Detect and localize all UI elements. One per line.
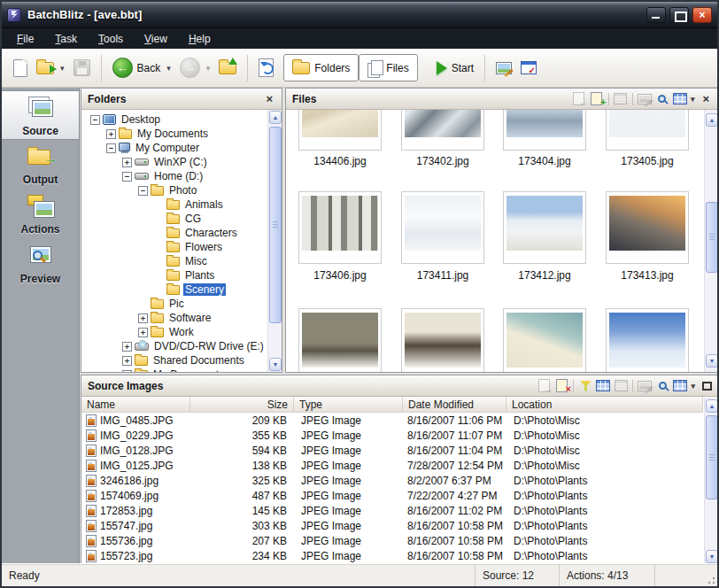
thumbnail[interactable] [401, 308, 484, 372]
expand-toggle[interactable]: − [138, 186, 148, 196]
column-date-modified[interactable]: Date Modified [403, 397, 506, 412]
edit-image-icon[interactable] [636, 91, 653, 107]
scroll-thumb[interactable] [269, 127, 282, 323]
tree-item-flowers[interactable]: Flowers [81, 240, 282, 254]
refresh-button[interactable] [254, 55, 278, 81]
column-location[interactable]: Location [506, 397, 703, 412]
tree-item-work[interactable]: + Work [81, 325, 282, 339]
expand-toggle[interactable]: + [122, 370, 132, 373]
tree-item-plants[interactable]: Plants [81, 268, 282, 282]
expand-toggle[interactable]: + [122, 158, 132, 167]
table-row[interactable]: IMG_0128.JPG 594 KB JPEG Image 8/16/2007… [81, 443, 703, 458]
thumbnail[interactable] [401, 110, 484, 151]
new-button[interactable] [9, 56, 32, 81]
tree-item-scenery[interactable]: Scenery [81, 282, 282, 297]
thumbnail[interactable] [503, 308, 586, 372]
menu-task[interactable]: Task [45, 31, 87, 47]
expand-toggle[interactable]: − [106, 143, 116, 153]
table-row[interactable]: IMG_0125.JPG 138 KB JPEG Image 7/28/2007… [81, 458, 703, 473]
task-options-button[interactable]: ✓ [516, 58, 541, 78]
files-toggle-button[interactable]: Files [359, 54, 417, 81]
thumbnail[interactable] [606, 110, 689, 151]
filter-icon[interactable] [576, 378, 594, 394]
details-icon[interactable] [612, 378, 630, 394]
menu-view[interactable]: View [135, 31, 177, 47]
table-row[interactable]: 1574069.jpg 487 KB JPEG Image 7/22/2007 … [81, 488, 703, 503]
remove-icon[interactable]: × [553, 378, 570, 394]
panel-maximize-icon[interactable] [702, 382, 712, 391]
folders-scrollbar[interactable]: ▲ ▼ [267, 110, 282, 372]
scroll-up-button[interactable]: ▲ [706, 113, 718, 127]
source-scrollbar[interactable]: ▲ ▼ [704, 398, 718, 565]
view-mode-icon[interactable] [671, 378, 689, 394]
view-mode-dropdown-icon[interactable]: ▾ [691, 95, 695, 104]
folders-close-icon[interactable]: × [263, 92, 275, 105]
column-type[interactable]: Type [294, 397, 403, 412]
preview-icon[interactable] [653, 378, 671, 394]
menu-help[interactable]: Help [179, 31, 220, 47]
tree-item-photo[interactable]: − Photo [81, 183, 282, 197]
tree-item-animals[interactable]: Animals [81, 197, 282, 212]
edit-image-icon[interactable] [636, 378, 653, 394]
expand-toggle[interactable]: + [106, 129, 116, 139]
table-row[interactable]: 155736.jpg 207 KB JPEG Image 8/16/2007 1… [81, 533, 703, 548]
image-editor-button[interactable] [491, 58, 516, 78]
tree-item-software[interactable]: + Software [81, 311, 282, 325]
expand-toggle[interactable]: − [90, 115, 100, 125]
thumbnail[interactable] [298, 191, 382, 264]
scroll-up-button[interactable]: ▲ [269, 111, 282, 124]
tree-item-my-computer[interactable]: − My Computer [81, 141, 282, 155]
sidebar-item-output[interactable]: → Output [2, 140, 79, 190]
scroll-thumb[interactable] [706, 202, 718, 273]
expand-toggle[interactable]: + [122, 342, 132, 352]
scroll-down-button[interactable]: ▼ [706, 354, 718, 368]
expand-toggle[interactable]: + [122, 356, 132, 366]
tree-item-my-documents[interactable]: + My Documents [81, 127, 282, 141]
thumbnail[interactable] [503, 110, 586, 151]
tree-item-misc[interactable]: Misc [81, 254, 282, 268]
thumbnail[interactable] [298, 110, 382, 151]
open-button[interactable]: ▾ [32, 58, 69, 78]
scroll-up-button[interactable]: ▲ [706, 399, 718, 413]
files-close-icon[interactable]: × [700, 92, 712, 105]
back-button[interactable]: ← Back ▾ [108, 54, 175, 81]
menu-tools[interactable]: Tools [89, 31, 133, 47]
tree-item-home-d[interactable]: − Home (D:) [81, 169, 282, 183]
tree-item-shared-documents[interactable]: + Shared Documents [81, 353, 282, 368]
open-dropdown-icon[interactable]: ▾ [60, 64, 65, 73]
table-row[interactable]: 155747.jpg 303 KB JPEG Image 8/16/2007 1… [81, 518, 703, 533]
maximize-button[interactable] [669, 7, 689, 23]
export-icon[interactable]: → [535, 378, 553, 394]
folders-toggle-button[interactable]: Folders [283, 54, 359, 81]
up-button[interactable] [214, 58, 241, 78]
tree-item-dvd-drive[interactable]: + DVD/CD-RW Drive (E:) [81, 339, 282, 353]
scroll-thumb[interactable] [706, 415, 718, 499]
column-name[interactable]: Name [81, 397, 190, 412]
resize-grip[interactable] [705, 574, 715, 584]
table-row[interactable]: IMG_0485.JPG 209 KB JPEG Image 8/16/2007… [81, 413, 703, 428]
save-button[interactable] [69, 56, 95, 80]
minimize-button[interactable] [646, 7, 666, 23]
expand-toggle[interactable]: − [122, 172, 132, 182]
table-row[interactable]: IMG_0229.JPG 355 KB JPEG Image 8/16/2007… [81, 428, 703, 443]
table-row[interactable]: 155723.jpg 234 KB JPEG Image 8/16/2007 1… [81, 548, 703, 563]
acquire-icon[interactable]: ← [570, 91, 588, 107]
files-scrollbar[interactable]: ▲ ▼ [704, 110, 718, 372]
start-button[interactable]: Start [432, 58, 478, 79]
thumbnails-view-icon[interactable] [594, 378, 612, 394]
view-mode-dropdown-icon[interactable]: ▾ [691, 382, 695, 391]
scroll-down-button[interactable]: ▼ [269, 358, 282, 371]
sidebar-item-source[interactable]: Source [2, 90, 79, 140]
sidebar-item-preview[interactable]: Preview [2, 239, 79, 289]
table-row[interactable]: 172853.jpg 145 KB JPEG Image 8/16/2007 1… [81, 503, 703, 518]
thumbnail[interactable] [298, 308, 382, 372]
preview-icon[interactable] [653, 91, 671, 107]
details-icon[interactable] [612, 91, 630, 107]
tree-item-my-documents-2[interactable]: + My Documents [81, 368, 282, 372]
expand-toggle[interactable]: + [138, 328, 148, 337]
sidebar-item-actions[interactable]: Actions [2, 190, 79, 239]
view-mode-icon[interactable] [671, 91, 689, 107]
scroll-down-button[interactable]: ▼ [706, 550, 718, 563]
thumbnail[interactable] [503, 191, 586, 264]
forward-button[interactable]: → ▾ [175, 54, 215, 81]
